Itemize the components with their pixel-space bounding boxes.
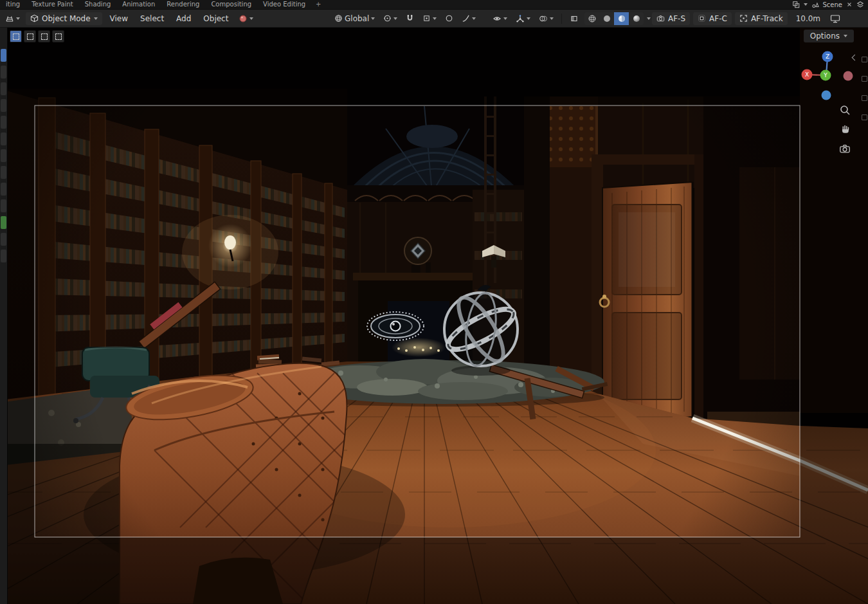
workspace-tab-animation[interactable]: Animation [116, 0, 161, 9]
workspace-icon[interactable] [792, 1, 800, 8]
tool-sliver[interactable] [1, 250, 6, 262]
tool-sliver[interactable] [1, 166, 6, 179]
pan-button[interactable] [838, 122, 852, 136]
tool-sliver[interactable] [1, 66, 6, 78]
navigation-gizmo[interactable]: Z X Y [797, 49, 855, 107]
tool-sliver[interactable] [1, 133, 6, 145]
options-button[interactable]: Options [804, 30, 854, 42]
sidebar-tab-icon[interactable] [862, 57, 867, 62]
gizmo-axis-x-negative[interactable] [844, 71, 853, 81]
shading-wireframe-button[interactable] [584, 12, 599, 25]
toolbar-strip [0, 27, 8, 604]
blender-window: iting Texture Paint Shading Animation Re… [0, 0, 868, 604]
unlink-scene-icon[interactable] [846, 1, 853, 8]
scene-icon [811, 1, 819, 8]
object-visibility-selector[interactable] [490, 12, 510, 25]
workspace-tab-shading[interactable]: Shading [79, 0, 117, 9]
magnifier-icon [839, 104, 851, 116]
mode-transfer-button[interactable] [236, 12, 256, 25]
tool-sliver[interactable] [1, 233, 6, 246]
shading-dropdown-chevron[interactable] [647, 17, 651, 20]
editor-3d-viewport-icon [5, 14, 14, 23]
focus-distance-value[interactable]: 10.0m [796, 14, 820, 23]
tool-sliver[interactable] [1, 199, 6, 212]
af-single-button[interactable]: AF-S [652, 12, 690, 25]
snap-toggle[interactable] [403, 12, 417, 24]
zoom-button[interactable] [838, 103, 852, 117]
tool-settings-row [10, 30, 64, 42]
header-left-group: Object Mode View Select Add Object [3, 10, 256, 27]
gizmos-selector[interactable] [513, 12, 533, 25]
shading-mode-segment [584, 12, 644, 25]
camera-icon [656, 14, 665, 23]
tool-sliver[interactable] [1, 183, 6, 196]
select-box-icon [13, 33, 19, 40]
editor-type-button[interactable] [3, 12, 23, 25]
viewport-3d[interactable]: Options Z X Y [0, 27, 868, 604]
snap-target-selector[interactable] [420, 12, 439, 24]
af-s-label: AF-S [668, 14, 685, 23]
shading-rendered-button[interactable] [629, 12, 644, 25]
shading-solid-button[interactable] [599, 12, 614, 25]
view-layer-icon[interactable] [856, 1, 864, 8]
proportional-falloff-selector[interactable] [459, 12, 478, 24]
header-display-group [490, 10, 651, 27]
menu-object[interactable]: Object [199, 12, 233, 25]
snap-target-icon [422, 14, 431, 23]
transform-orientation-selector[interactable]: Global [332, 12, 377, 25]
shading-material-preview-button[interactable] [614, 12, 629, 25]
select-box-subtract-button[interactable] [38, 30, 50, 42]
camera-view-icon [839, 143, 851, 154]
select-box-icon [55, 33, 62, 40]
select-box-intersect-button[interactable] [52, 30, 64, 42]
select-box-extend-button[interactable] [24, 30, 36, 42]
workspace-tab-compositing[interactable]: Compositing [205, 0, 257, 9]
menu-select[interactable]: Select [136, 12, 168, 25]
mode-selector[interactable]: Object Mode [26, 12, 102, 25]
xray-toggle[interactable] [567, 12, 581, 25]
wireframe-sphere-icon [588, 14, 597, 23]
scene-name[interactable]: Scene [823, 1, 843, 8]
menu-view[interactable]: View [105, 12, 132, 25]
sidebar-tab-icon[interactable] [862, 76, 867, 82]
falloff-curve-icon [462, 14, 470, 23]
workspace-tab-texture-paint[interactable]: Texture Paint [26, 0, 79, 9]
af-continuous-button[interactable]: AF-C [693, 12, 732, 25]
sidebar-tab-icon[interactable] [862, 114, 867, 120]
sidebar-tab-icon[interactable] [862, 95, 867, 101]
add-workspace-button[interactable]: + [311, 0, 325, 9]
select-tweak-button[interactable] [10, 30, 22, 42]
menu-add[interactable]: Add [172, 12, 195, 25]
rendered-sphere-icon [632, 14, 641, 23]
overlays-selector[interactable] [536, 12, 556, 25]
tool-active-sliver[interactable] [1, 49, 6, 62]
workspace-tab-editing[interactable]: iting [0, 0, 26, 9]
af-c-label: AF-C [709, 14, 727, 23]
tool-sliver[interactable] [1, 149, 6, 162]
gizmo-z-label: Z [826, 53, 829, 60]
magnet-icon [406, 14, 414, 23]
camera-view-button[interactable] [838, 142, 852, 156]
tool-sliver[interactable] [1, 116, 6, 129]
pivot-point-selector[interactable] [381, 12, 400, 24]
proportional-circle-icon [445, 14, 453, 23]
af-track-icon [739, 14, 748, 23]
gizmo-axis-z-negative[interactable] [822, 91, 831, 100]
tool-cursor-sliver[interactable] [1, 216, 6, 229]
af-c-icon [698, 14, 706, 23]
options-chevron [844, 35, 847, 37]
xray-icon [570, 14, 579, 23]
workspace-tab-rendering[interactable]: Rendering [161, 0, 205, 9]
viewport-header: Object Mode View Select Add Object Globa… [0, 9, 868, 28]
monitor-icon [830, 14, 840, 23]
workspace-dropdown-chevron[interactable] [804, 3, 808, 6]
proportional-edit-toggle[interactable] [442, 12, 456, 24]
pivot-icon [383, 14, 392, 23]
tool-sliver[interactable] [1, 82, 6, 95]
workspace-tab-video-editing[interactable]: Video Editing [257, 0, 311, 9]
mode-label: Object Mode [42, 14, 91, 23]
af-track-label: AF-Track [751, 14, 783, 23]
af-track-button[interactable]: AF-Track [735, 12, 788, 25]
tool-sliver[interactable] [1, 99, 6, 112]
camera-display-button[interactable] [827, 12, 843, 25]
